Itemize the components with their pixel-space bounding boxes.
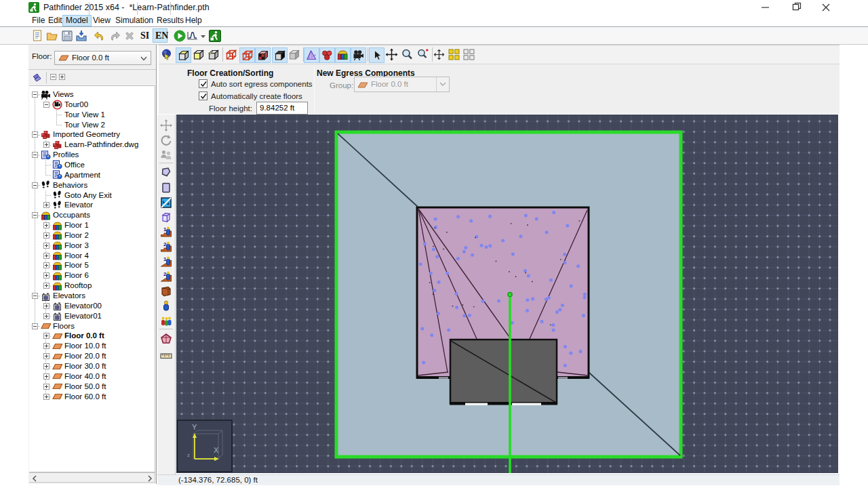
svg-text:z: z (187, 452, 190, 458)
svg-text:2: 2 (163, 241, 167, 247)
svg-text:X: X (214, 446, 219, 454)
svg-text:2: 2 (163, 271, 167, 277)
svg-text:1: 1 (163, 226, 167, 232)
svg-text:1: 1 (163, 256, 167, 262)
svg-text:Y: Y (192, 423, 197, 431)
